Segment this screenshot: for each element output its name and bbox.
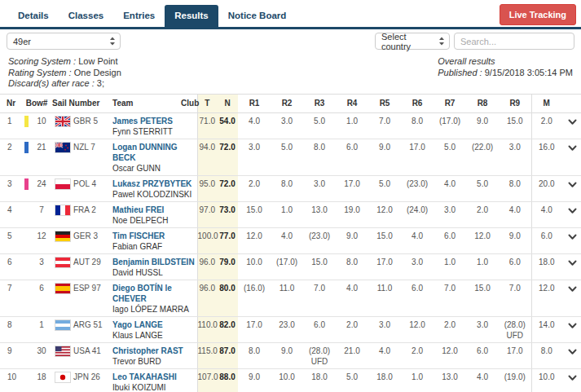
race-r3-cell: (23.0) xyxy=(303,227,336,253)
helm-name[interactable]: Yago LANGE xyxy=(112,320,163,329)
tab-classes[interactable]: Classes xyxy=(59,5,113,27)
race-r1-cell: 17.0 xyxy=(238,316,271,342)
team-cell: Christopher RASTTrevor BURD xyxy=(111,342,181,368)
total-points-cell: 97.0 xyxy=(197,201,217,227)
total-points-cell: 94.0 xyxy=(197,139,217,175)
helm-name[interactable]: Tim FISCHER xyxy=(112,231,165,240)
race-r3-cell: 7.0 xyxy=(303,280,336,316)
expand-row-icon[interactable] xyxy=(568,205,577,217)
expand-row-icon[interactable] xyxy=(568,116,577,128)
helm-name[interactable]: Logan DUNNING xyxy=(112,143,177,152)
flag-cell xyxy=(52,201,73,227)
flag-icon-arg xyxy=(55,320,70,330)
bow-number-cell: 10 xyxy=(31,112,52,139)
rating-system-value: One Design xyxy=(74,68,121,77)
filter-bar: 49er Select country xyxy=(0,29,581,51)
medal-race-cell: 6.0 xyxy=(531,227,561,253)
race-r3-cell: 18.0 xyxy=(303,368,336,392)
expand-row-icon[interactable] xyxy=(568,231,577,243)
race-r6-cell: 17.0 xyxy=(401,139,434,175)
tab-details[interactable]: Details xyxy=(8,5,59,27)
live-tracking-button[interactable]: Live Tracking xyxy=(500,4,576,25)
net-points-cell: 82.0 xyxy=(217,316,238,342)
expand-row-icon[interactable] xyxy=(568,178,577,191)
rank-cell: 8 xyxy=(0,316,21,342)
helm-name[interactable]: CHEVER xyxy=(112,294,147,303)
col-header-team: Team xyxy=(111,94,181,112)
rank-cell: 5 xyxy=(0,227,21,253)
expand-row-icon[interactable] xyxy=(568,257,577,269)
search-input[interactable] xyxy=(454,33,574,50)
rating-system-label: Rating System : xyxy=(8,68,72,77)
club-cell xyxy=(181,368,197,392)
tab-results[interactable]: Results xyxy=(165,5,218,27)
race-r6-cell: 8.0 xyxy=(401,112,434,139)
race-r4-cell: 9.0 xyxy=(336,227,368,253)
race-r1-cell: 8.0 xyxy=(238,342,271,368)
right-filter-controls: Select country xyxy=(375,33,574,51)
medal-race-cell: 4.0 xyxy=(531,201,561,227)
race-r9-cell: (19.0) xyxy=(499,368,531,392)
team-cell: James PETERSFynn STERRITT xyxy=(111,112,181,139)
net-points-cell: 72.0 xyxy=(217,139,238,175)
flag-cell xyxy=(52,227,73,253)
col-header-m: M xyxy=(531,94,561,112)
race-r5-cell: 11.0 xyxy=(368,280,401,316)
medal-race-cell: 14.0 xyxy=(531,316,561,342)
expand-row-icon[interactable] xyxy=(568,346,577,358)
col-header-r9: R9 xyxy=(499,94,531,112)
expand-row-icon[interactable] xyxy=(568,283,577,295)
race-r9-cell: 9.0 xyxy=(499,227,531,253)
race-r6-cell: 3.0 xyxy=(401,253,434,280)
race-r1-cell: 12.0 xyxy=(238,227,271,253)
total-points-cell: 96.0 xyxy=(197,280,217,316)
tab-entries[interactable]: Entries xyxy=(113,5,165,27)
race-r8-cell: 9.0 xyxy=(466,112,499,139)
rank-marker-cell xyxy=(21,139,31,175)
sail-number-cell: JPN 26 xyxy=(73,368,111,392)
tab-notice-board[interactable]: Notice Board xyxy=(218,5,297,27)
expand-row-icon[interactable] xyxy=(568,319,577,332)
club-cell xyxy=(181,201,197,227)
medal-race-cell: 10.0 xyxy=(531,368,561,392)
helm-name[interactable]: Leo TAKAHASHI xyxy=(112,372,177,381)
race-r7-cell: 3.0 xyxy=(434,201,466,227)
race-r8-cell: 15.0 xyxy=(466,280,499,316)
country-select-value: Select country xyxy=(381,32,434,51)
col-header-club: Club xyxy=(181,94,197,112)
team-cell: Yago LANGEKlaus LANGE xyxy=(111,316,181,342)
helm-name[interactable]: Mathieu FREI xyxy=(112,205,164,214)
col-header-r5: R5 xyxy=(368,94,401,112)
race-r9-cell: 4.0 xyxy=(499,201,531,227)
race-r2-cell: 1.0 xyxy=(271,201,303,227)
race-r5-cell: 5.0 xyxy=(368,175,401,201)
expand-cell xyxy=(561,227,581,253)
result-row: 512GER 3Tim FISCHERFabian GRAF100.077.01… xyxy=(0,227,581,253)
bow-number-cell: 7 xyxy=(31,201,52,227)
expand-row-icon[interactable] xyxy=(568,142,577,154)
helm-name[interactable]: Benjamin BILDSTEIN xyxy=(112,258,195,266)
flag-cell xyxy=(52,112,73,139)
helm-name[interactable]: BECK xyxy=(112,153,135,162)
helm-name[interactable]: James PETERS xyxy=(112,117,173,126)
race-r5-cell: 12.0 xyxy=(368,201,401,227)
team-cell: Tim FISCHERFabian GRAF xyxy=(111,227,181,253)
rank-cell: 1 xyxy=(0,112,21,139)
class-select[interactable]: 49er xyxy=(7,33,121,50)
team-cell: Lukasz PRZYBYTEKPawel KOLODZINSKI xyxy=(111,175,181,201)
race-r3-cell: (28.0)UFD xyxy=(303,342,336,368)
country-select[interactable]: Select country xyxy=(375,33,450,50)
flag-icon-esp xyxy=(55,284,70,293)
expand-row-icon[interactable] xyxy=(568,372,577,384)
helm-name[interactable]: Christopher RAST xyxy=(112,346,183,355)
race-r3-cell: 8.0 xyxy=(303,139,336,175)
race-r4-cell: 5.0 xyxy=(336,368,368,392)
sail-number-cell: POL 4 xyxy=(73,175,111,201)
medal-race-cell: 18.0 xyxy=(531,253,561,280)
race-r8-cell: 6.0 xyxy=(466,342,499,368)
helm-name[interactable]: Diego BOTÍN le xyxy=(112,284,172,293)
crew-name: Oscar GUNN xyxy=(112,164,161,173)
rank-marker-cell xyxy=(21,280,31,316)
helm-name[interactable]: Lukasz PRZYBYTEK xyxy=(112,179,191,188)
race-r8-cell: 4.0 xyxy=(466,368,499,392)
